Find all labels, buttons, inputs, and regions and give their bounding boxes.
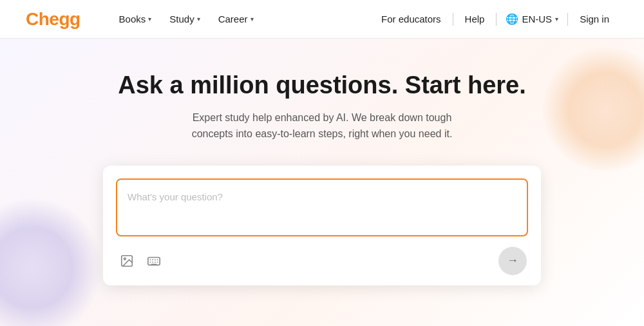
- submit-button[interactable]: →: [498, 247, 527, 275]
- nav-career[interactable]: Career ▾: [212, 10, 260, 28]
- nav-study[interactable]: Study ▾: [163, 10, 206, 28]
- hero-subtitle: Expert study help enhanced by AI. We bre…: [192, 110, 453, 142]
- study-chevron-icon: ▾: [197, 15, 200, 23]
- lang-label: EN-US: [522, 14, 552, 24]
- for-educators-link[interactable]: For educators: [372, 10, 450, 28]
- sign-in-button[interactable]: Sign in: [571, 10, 618, 28]
- for-educators-label: For educators: [381, 14, 441, 24]
- footer-icons: [117, 251, 164, 271]
- language-selector[interactable]: 🌐 EN-US ▾: [499, 9, 565, 29]
- globe-icon: 🌐: [506, 13, 518, 25]
- books-label: Books: [119, 14, 146, 24]
- main-content: Ask a million questions. Start here. Exp…: [0, 39, 644, 326]
- logo[interactable]: Chegg: [26, 9, 80, 30]
- divider-1: [453, 13, 453, 26]
- help-link[interactable]: Help: [456, 10, 494, 28]
- hero-title: Ask a million questions. Start here.: [118, 71, 526, 101]
- divider-2: [496, 13, 497, 26]
- study-label: Study: [169, 14, 194, 24]
- question-input[interactable]: [116, 178, 528, 236]
- search-card: →: [103, 166, 541, 285]
- svg-point-1: [124, 258, 126, 260]
- lang-chevron-icon: ▾: [555, 15, 558, 23]
- nav-left: Books ▾ Study ▾ Career ▾: [113, 10, 372, 28]
- decorative-blob-right: [541, 45, 644, 174]
- hero-subtitle-line1: Expert study help enhanced by AI. We bre…: [193, 112, 452, 123]
- image-icon: [120, 254, 134, 268]
- help-label: Help: [465, 14, 485, 24]
- math-input-button[interactable]: [144, 251, 164, 271]
- nav-books[interactable]: Books ▾: [113, 10, 158, 28]
- header: Chegg Books ▾ Study ▾ Career ▾ For educa…: [0, 0, 644, 39]
- hero-subtitle-line2: concepts into easy-to-learn steps, right…: [192, 128, 453, 139]
- sign-in-label: Sign in: [580, 14, 609, 24]
- search-footer: →: [116, 247, 528, 275]
- divider-3: [567, 13, 568, 26]
- career-chevron-icon: ▾: [251, 15, 254, 23]
- submit-arrow-icon: →: [507, 254, 518, 267]
- career-label: Career: [218, 14, 248, 24]
- decorative-blob-left: [0, 197, 103, 326]
- keyboard-icon: [147, 254, 161, 268]
- books-chevron-icon: ▾: [148, 15, 151, 23]
- image-upload-button[interactable]: [117, 251, 137, 271]
- nav-right: For educators Help 🌐 EN-US ▾ Sign in: [372, 9, 618, 29]
